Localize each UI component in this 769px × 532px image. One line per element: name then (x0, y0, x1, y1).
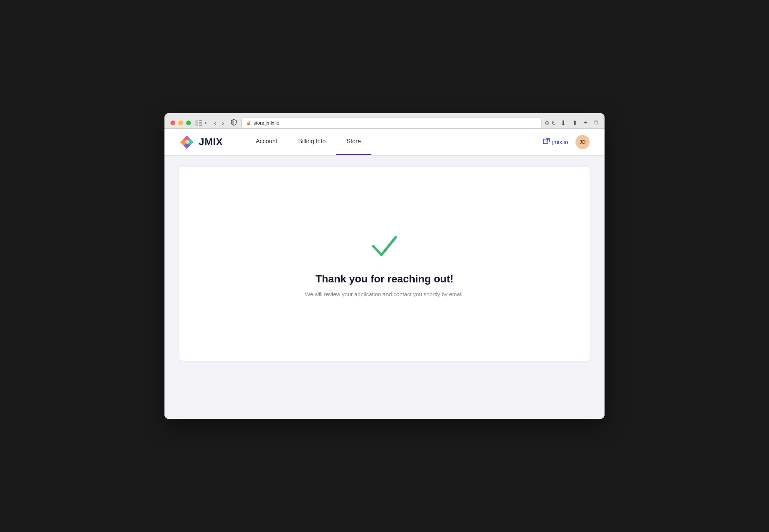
forward-button[interactable]: › (220, 118, 226, 128)
browser-chrome: ‹ › 🔒 store.jmix.io ⊕ ↻ (164, 113, 605, 129)
minimize-button[interactable] (178, 121, 183, 125)
external-link-icon (543, 138, 550, 146)
tabs-overview-icon[interactable]: ⧉ (594, 119, 599, 127)
avatar[interactable]: JD (575, 135, 590, 149)
svg-rect-11 (543, 139, 548, 144)
logo-icon (179, 135, 194, 150)
share-icon[interactable]: ⬆ (572, 119, 578, 127)
nav-buttons: ‹ › (212, 118, 226, 128)
nav-account[interactable]: Account (245, 129, 288, 155)
shield-icon (231, 119, 237, 127)
reload-icon[interactable]: ↻ (552, 120, 556, 126)
url-text: store.jmix.io (254, 120, 279, 126)
nav-billing-info[interactable]: Billing Info (288, 129, 336, 155)
fullscreen-button[interactable] (186, 121, 191, 125)
header-right: jmix.io JD (543, 135, 590, 149)
success-checkmark (370, 231, 399, 262)
browser-actions: ⬇ ⬆ + ⧉ (561, 119, 599, 127)
address-bar-container: 🔒 store.jmix.io ⊕ ↻ (241, 118, 556, 128)
nav-store[interactable]: Store (336, 129, 371, 155)
content-card: Thank you for reaching out! We will revi… (179, 167, 590, 361)
success-subtitle: We will review your application and cont… (305, 291, 464, 297)
site-header: JMIX Account Billing Info Store (164, 129, 605, 156)
back-button[interactable]: ‹ (212, 118, 218, 128)
nav-links: Account Billing Info Store (245, 129, 543, 155)
browser-window: ‹ › 🔒 store.jmix.io ⊕ ↻ (164, 113, 605, 419)
translate-icon[interactable]: ⊕ (544, 119, 549, 126)
svg-rect-1 (199, 120, 202, 121)
svg-rect-3 (199, 125, 202, 126)
close-button[interactable] (170, 121, 175, 125)
svg-rect-0 (195, 120, 198, 126)
jmix-io-label: jmix.io (552, 139, 568, 145)
sidebar-toggle[interactable] (195, 120, 207, 126)
address-bar-actions: ⊕ ↻ (544, 119, 556, 126)
logo-text: JMIX (199, 136, 223, 148)
jmix-io-link[interactable]: jmix.io (543, 138, 568, 146)
website: JMIX Account Billing Info Store (164, 129, 605, 419)
main-content: Thank you for reaching out! We will revi… (164, 156, 605, 419)
success-title: Thank you for reaching out! (316, 273, 453, 285)
address-bar[interactable]: 🔒 store.jmix.io (241, 118, 542, 128)
logo-area[interactable]: JMIX (179, 135, 223, 150)
svg-rect-2 (199, 122, 202, 123)
traffic-lights (170, 121, 191, 125)
lock-icon: 🔒 (246, 121, 251, 125)
new-tab-icon[interactable]: + (584, 119, 588, 127)
download-icon[interactable]: ⬇ (561, 119, 566, 127)
browser-controls: ‹ › 🔒 store.jmix.io ⊕ ↻ (170, 118, 599, 128)
